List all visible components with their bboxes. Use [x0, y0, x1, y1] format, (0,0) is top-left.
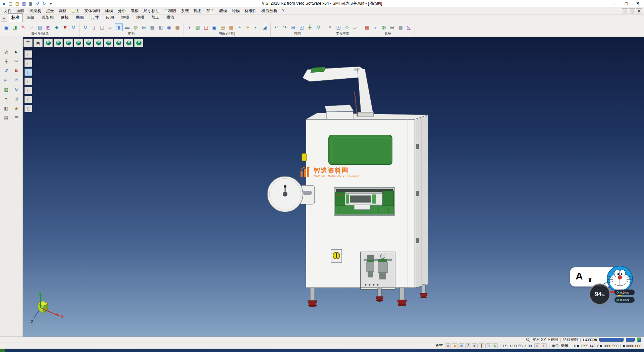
section-capture-icon[interactable]: ◪	[261, 23, 269, 31]
menu-item[interactable]: 模流分析	[259, 7, 280, 15]
layer-cube-icon[interactable]: ▧	[534, 343, 540, 348]
sphere-render-icon[interactable]: ◉	[165, 23, 173, 31]
active-layer-label[interactable]: LAYER0	[583, 338, 597, 342]
absolute-view-label[interactable]: 绝对视图	[563, 337, 578, 342]
snapshot-icon[interactable]: ▣	[210, 23, 218, 31]
ribbon-tab[interactable]: 编辑	[23, 13, 38, 22]
filter-funnel-icon[interactable]: ▽	[28, 23, 36, 31]
status-color-swatch[interactable]	[637, 338, 641, 342]
pan-hand-icon[interactable]: ╋	[2, 57, 11, 65]
type-filter-icon[interactable]: ◆	[53, 23, 61, 31]
workplane-origin-icon[interactable]: ⌖	[326, 23, 334, 31]
image-compare-icon[interactable]: ◫	[202, 23, 210, 31]
right-view-cube[interactable]	[84, 39, 93, 47]
section-icon[interactable]: ◧	[2, 104, 11, 112]
clipboard-slot-6[interactable]: ▯	[24, 96, 32, 103]
zoom-next-icon[interactable]: ↷	[281, 23, 289, 31]
menu-item[interactable]: 塑模	[217, 7, 229, 15]
ribbon-tab[interactable]: 加工	[148, 13, 163, 22]
iso-right-view-cube[interactable]	[124, 39, 133, 47]
clear-filter-icon[interactable]: ✖	[61, 23, 69, 31]
grid-shade-icon[interactable]: ⊞	[140, 23, 148, 31]
doc-minimize-button[interactable]: —	[622, 8, 628, 13]
layer-color-bar[interactable]	[599, 338, 624, 342]
menu-item[interactable]: 加工	[204, 7, 217, 15]
bottom-view-cube[interactable]	[104, 39, 113, 47]
menu-item[interactable]: 系统	[178, 7, 191, 15]
hidden-line-cylinder-icon[interactable]: ◫	[98, 23, 106, 31]
clipboard-slot-3[interactable]: ▯	[24, 69, 32, 76]
menu-item[interactable]: 标准件	[242, 7, 259, 15]
shadow-toggle-icon[interactable]: ◐	[252, 23, 260, 31]
mixed-display-icon[interactable]: ◧	[157, 23, 165, 31]
color-table-icon[interactable]: ▦	[363, 23, 371, 31]
clipboard-slot-2[interactable]: ▯	[24, 59, 32, 67]
units-label[interactable]: 单位: 毫米	[552, 343, 569, 348]
ribbon-tab[interactable]: 曲面	[72, 13, 87, 22]
save-icon[interactable]: ▦	[21, 1, 27, 7]
selection-list-button[interactable]: ☰	[23, 39, 33, 47]
zoom-extents-icon[interactable]: ◰	[298, 23, 306, 31]
redo-icon[interactable]: ↻	[12, 86, 21, 93]
ribbon-tab[interactable]: 模流	[163, 13, 178, 22]
display-list-icon[interactable]: ☰	[12, 114, 21, 121]
iso-left-view-cube[interactable]	[114, 39, 123, 47]
viewport-layout-button[interactable]: ▣	[34, 39, 43, 47]
view-mode-label[interactable]: 绝对 XY 上视图	[533, 337, 558, 342]
wcs-toggle-icon[interactable]: ◳	[485, 343, 491, 348]
customize-arrow-icon[interactable]: ▾	[48, 1, 54, 7]
zoom-window-tool-icon[interactable]: ◰	[2, 76, 11, 84]
lighting-icon[interactable]: ☀	[244, 23, 252, 31]
layer-filter-icon[interactable]: ▤	[36, 23, 44, 31]
search-icon[interactable]	[526, 338, 530, 342]
clipboard-slot-4[interactable]: ▯	[24, 78, 32, 85]
axonometric-view-cube[interactable]	[44, 39, 53, 47]
lock-toggle-icon[interactable]: ●	[445, 343, 451, 348]
texture-map-icon[interactable]: ▦	[227, 23, 235, 31]
doc-close-button[interactable]: ✖	[636, 8, 642, 13]
copy-attributes-icon[interactable]: ◨	[11, 23, 19, 31]
measure-icon[interactable]: ⌖	[2, 95, 11, 102]
grid-cylinder-icon[interactable]: ▦	[148, 23, 156, 31]
maximize-button[interactable]: ▢	[621, 0, 632, 7]
back-view-cube[interactable]	[94, 39, 103, 47]
ramp-angle-icon[interactable]: ◺	[405, 23, 413, 31]
color-filter-icon[interactable]: ◩	[44, 23, 52, 31]
trim-scissors-icon[interactable]: ✂	[12, 57, 21, 65]
screen-settings-icon[interactable]: ◒	[371, 23, 379, 31]
snap-2d-icon[interactable]: 2	[465, 343, 471, 348]
top-view-cube[interactable]	[64, 39, 73, 47]
scale-label[interactable]: LS: 1.00 PS: 1.00	[503, 344, 532, 348]
rotate-orbit-icon[interactable]: ↺	[2, 67, 11, 74]
workplane-entity-icon[interactable]: ◇	[343, 23, 351, 31]
snap-lock-label[interactable]: 拴牢	[435, 343, 443, 348]
shaded-cylinder-icon[interactable]: ▮	[115, 23, 123, 31]
open-file-icon[interactable]: ▤	[14, 1, 20, 7]
tab-overflow-button[interactable]: ▾	[1, 16, 7, 21]
clipboard-slot-7[interactable]: ▯	[24, 105, 32, 112]
doc-restore-button[interactable]: ▢	[629, 8, 635, 13]
delete-icon[interactable]: ✖	[12, 67, 21, 74]
ribbon-tab[interactable]: 尺寸	[88, 13, 102, 22]
grid-toggle-icon[interactable]: ⊞	[12, 95, 21, 102]
front-view-cube[interactable]	[54, 39, 63, 47]
select-arrow-icon[interactable]: ►	[12, 48, 21, 55]
workplane-view-icon[interactable]: ◳	[334, 23, 342, 31]
grid-snap-icon[interactable]: ⊞	[459, 343, 464, 348]
redo-icon[interactable]: ↻	[41, 1, 47, 7]
system-globe-icon[interactable]: ◍	[380, 23, 388, 31]
refresh-coords-icon[interactable]: ↻	[492, 343, 498, 348]
snap-mid-icon[interactable]: ◧	[472, 343, 478, 348]
layer-manager-icon[interactable]: ▤	[2, 114, 11, 121]
menu-item[interactable]: 冲模	[229, 7, 242, 15]
dynamic-view-cube[interactable]	[134, 39, 143, 47]
zoom-window-icon[interactable]: ⊞	[289, 23, 297, 31]
advanced-render-icon[interactable]: ◑	[185, 23, 193, 31]
left-view-cube[interactable]	[74, 39, 83, 47]
percent-badge[interactable]: 94 %	[589, 283, 610, 305]
print-icon[interactable]: ▣	[28, 1, 34, 7]
ribbon-tab[interactable]: 冲模	[133, 13, 148, 22]
axis-indicator-icon[interactable]: ⌖	[541, 343, 547, 348]
element-properties-icon[interactable]: ▣	[2, 23, 10, 31]
minimize-button[interactable]: —	[609, 0, 621, 7]
